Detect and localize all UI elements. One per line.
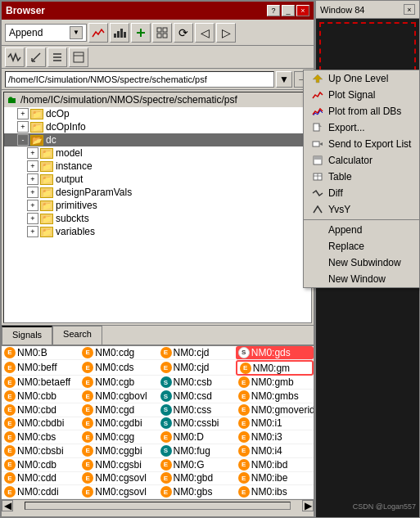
tree-item-instance[interactable]: + 📁 instance <box>4 160 311 173</box>
signal-NM0cddi[interactable]: ENM0:cddi <box>2 485 79 499</box>
menu-replace[interactable]: Replace <box>304 238 419 254</box>
wave-btn[interactable] <box>5 47 25 67</box>
tree-item-designparamvals[interactable]: + 📁 designParamVals <box>4 186 311 199</box>
tree-item-dcop[interactable]: + 📁 dcOp <box>4 107 311 120</box>
signal-NM0cggbi[interactable]: ENM0:cggbi <box>79 444 157 458</box>
signal-NM0cdg[interactable]: ENM0:cdg <box>79 346 157 360</box>
signal-NM0B[interactable]: ENM0:B <box>2 346 79 360</box>
signal-NM0cjd2[interactable]: ENM0:cjd <box>158 360 236 376</box>
window84-close-btn[interactable]: × <box>404 4 415 15</box>
menu-up-one-level[interactable]: Up One Level <box>304 70 419 87</box>
expander-dc[interactable]: - <box>17 134 29 146</box>
tree-item-primitives[interactable]: + 📁 primitives <box>4 199 311 212</box>
append-combo[interactable]: Append ▼ <box>5 24 87 42</box>
close-button[interactable]: × <box>296 5 309 16</box>
combo-arrow[interactable]: ▼ <box>70 26 83 39</box>
toolbar-btn3[interactable] <box>131 23 151 43</box>
signal-NM0cgbovl[interactable]: ENM0:cgbovl <box>79 390 157 403</box>
signal-NM0ibe[interactable]: ENM0:ibe <box>236 472 314 486</box>
expander-dcop[interactable]: + <box>17 108 29 119</box>
signal-NM0cgb[interactable]: ENM0:cgb <box>79 376 157 390</box>
signal-NM0cssbi[interactable]: SNM0:cssbi <box>158 417 236 431</box>
menu-yvsy[interactable]: YvsY <box>304 201 419 218</box>
signal-NM0gbd[interactable]: ENM0:gbd <box>158 472 236 486</box>
measure-btn[interactable] <box>26 47 46 67</box>
tree-item-subckts[interactable]: + 📁 subckts <box>4 212 311 225</box>
expander-instance[interactable]: + <box>27 160 38 172</box>
expander-dcopinfo[interactable]: + <box>17 121 29 133</box>
signal-NM0csb[interactable]: SNM0:csb <box>158 376 236 390</box>
menu-new-subwindow[interactable]: New Subwindow <box>304 254 419 271</box>
toolbar-btn4[interactable] <box>152 23 172 43</box>
menu-send-to-export[interactable]: Send to Export List <box>304 136 419 152</box>
signal-NM0cds[interactable]: ENM0:cds <box>79 360 157 376</box>
scroll-right-btn[interactable]: ▶ <box>302 500 314 511</box>
expander-variables[interactable]: + <box>27 226 38 237</box>
expander-designparamvals[interactable]: + <box>27 187 38 198</box>
signal-NM0cdd[interactable]: ENM0:cdd <box>2 472 79 486</box>
signal-NM0G[interactable]: ENM0:G <box>158 458 236 472</box>
address-go-btn[interactable]: ▼ <box>276 71 292 88</box>
plot-btn[interactable] <box>88 23 108 43</box>
signal-NM0gmb[interactable]: ENM0:gmb <box>236 376 314 390</box>
expander-model[interactable]: + <box>27 147 38 159</box>
menu-new-window[interactable]: New Window <box>304 271 419 287</box>
minimize-button[interactable]: _ <box>282 5 295 16</box>
signal-NM0beff[interactable]: ENM0:beff <box>2 360 79 376</box>
tab-search[interactable]: Search <box>52 326 102 345</box>
tree-item-dc[interactable]: - 📂 dc <box>4 133 311 146</box>
expander-primitives[interactable]: + <box>27 200 38 211</box>
menu-table[interactable]: Table <box>304 169 419 185</box>
signal-NM0gm[interactable]: ENM0:gm <box>236 360 314 376</box>
toolbar-btn2[interactable] <box>110 23 129 43</box>
signal-NM0gmbs[interactable]: ENM0:gmbs <box>236 390 314 403</box>
signals-scrollbar[interactable]: ◀ ▶ <box>2 499 314 511</box>
tree-item-dcopinfo[interactable]: + 📁 dcOpInfo <box>4 120 311 133</box>
signal-NM0cbb[interactable]: ENM0:cbb <box>2 390 79 403</box>
signal-NM0cbdbi[interactable]: ENM0:cbdbi <box>2 417 79 431</box>
menu-export[interactable]: Export... <box>304 119 419 136</box>
signal-NM0csd[interactable]: SNM0:csd <box>158 390 236 403</box>
list-btn[interactable] <box>47 47 67 67</box>
signal-NM0cgd[interactable]: ENM0:cgd <box>79 403 157 417</box>
toolbar-btn6[interactable]: ◁ <box>195 23 215 43</box>
signal-NM0css[interactable]: SNM0:css <box>158 403 236 417</box>
tree-item-variables[interactable]: + 📁 variables <box>4 225 311 238</box>
signal-NM0cbd[interactable]: ENM0:cbd <box>2 403 79 417</box>
signal-NM0cgsovl[interactable]: ENM0:cgsovl <box>79 472 157 486</box>
signal-NM0gds[interactable]: SNM0:gds <box>236 346 314 360</box>
address-input[interactable] <box>5 71 274 88</box>
signal-NM0gbs[interactable]: ENM0:gbs <box>158 485 236 499</box>
signal-NM0cgg[interactable]: ENM0:cgg <box>79 430 157 444</box>
signal-NM0i4[interactable]: ENM0:i4 <box>236 444 314 458</box>
signal-NM0i1[interactable]: ENM0:i1 <box>236 417 314 431</box>
signal-NM0betaeff[interactable]: ENM0:betaeff <box>2 376 79 390</box>
tree-item-model[interactable]: + 📁 model <box>4 146 311 160</box>
signal-NM0cdb[interactable]: ENM0:cdb <box>2 458 79 472</box>
calc-btn[interactable] <box>69 47 88 67</box>
signal-NM0ibd[interactable]: ENM0:ibd <box>236 458 314 472</box>
toolbar-btn7[interactable]: ▷ <box>216 23 236 43</box>
signal-NM0i3[interactable]: ENM0:i3 <box>236 430 314 444</box>
signal-NM0fug[interactable]: SNM0:fug <box>158 444 236 458</box>
signal-NM0cbs[interactable]: ENM0:cbs <box>2 430 79 444</box>
menu-calculator[interactable]: Calculator <box>304 152 419 169</box>
tree-item-output[interactable]: + 📁 output <box>4 173 311 186</box>
expander-subckts[interactable]: + <box>27 213 38 224</box>
expander-output[interactable]: + <box>27 173 38 185</box>
signal-NM0cgdbi[interactable]: ENM0:cgdbi <box>79 417 157 431</box>
menu-diff[interactable]: Diff <box>304 185 419 201</box>
signal-NM0gmoverid[interactable]: ENM0:gmoverid <box>236 403 314 417</box>
signal-NM0D[interactable]: ENM0:D <box>158 430 236 444</box>
help-button[interactable]: ? <box>267 5 280 16</box>
signal-NM0cgsbi[interactable]: ENM0:cgsbi <box>79 458 157 472</box>
signal-NM0ibs[interactable]: ENM0:ibs <box>236 485 314 499</box>
scroll-left-btn[interactable]: ◀ <box>2 500 13 511</box>
signal-NM0cbsbi[interactable]: ENM0:cbsbi <box>2 444 79 458</box>
signal-NM0cjd[interactable]: ENM0:cjd <box>158 346 236 360</box>
menu-append[interactable]: Append <box>304 222 419 238</box>
tab-signals[interactable]: Signals <box>2 326 52 345</box>
signal-NM0cgsovl2[interactable]: ENM0:cgsovl <box>79 485 157 499</box>
menu-plot-signal[interactable]: Plot Signal <box>304 87 419 103</box>
menu-plot-all-dbs[interactable]: Plot from all DBs <box>304 103 419 119</box>
